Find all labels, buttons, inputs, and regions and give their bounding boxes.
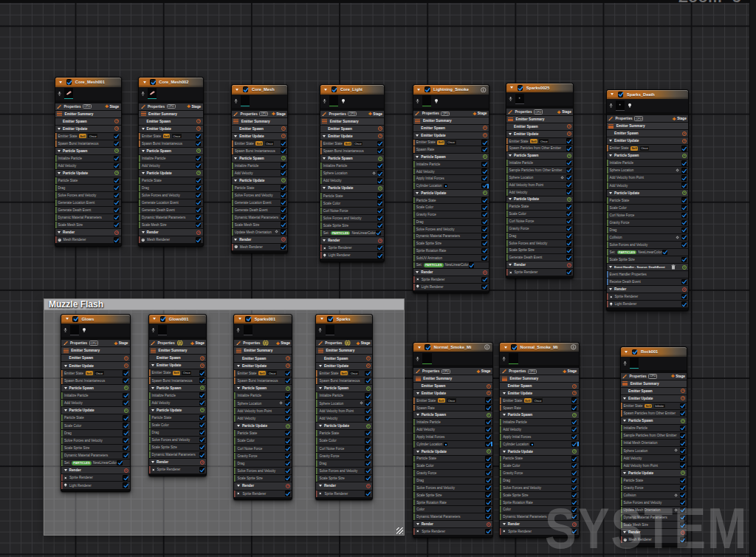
svg-text:GPU: GPU — [178, 342, 182, 345]
svg-text:GPU: GPU — [264, 342, 268, 345]
svg-text:GPU: GPU — [346, 342, 350, 345]
